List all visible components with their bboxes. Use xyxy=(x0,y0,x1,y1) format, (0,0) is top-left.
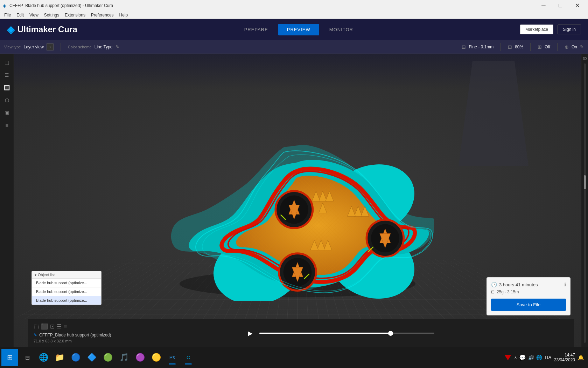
taskbar-onenote[interactable]: 🟣 xyxy=(132,350,148,365)
minimize-button[interactable]: ─ xyxy=(536,0,552,11)
explorer-icon: 📁 xyxy=(55,353,64,362)
scrollbar-thumb[interactable] xyxy=(584,175,586,189)
taskbar-photoshop[interactable]: Ps xyxy=(164,350,180,365)
date-display: 23/04/2020 xyxy=(554,357,575,362)
taskbar-vs[interactable]: 🔷 xyxy=(84,350,99,365)
volume-icon[interactable]: 🔊 xyxy=(528,355,534,360)
taskbar: ⊞ ⊟ 🌐 📁 🔵 🔷 🟢 🎵 🟣 🟡 Ps xyxy=(0,347,588,368)
menu-settings[interactable]: Settings xyxy=(41,12,62,18)
obj-icon-4[interactable]: ☰ xyxy=(57,323,62,330)
titlebar-controls: ─ □ ✕ xyxy=(536,0,585,11)
color-scheme-edit-icon[interactable]: ✎ xyxy=(115,44,119,49)
support-edit-icon[interactable]: ✎ xyxy=(580,44,584,49)
view-type-chevron[interactable]: ‹ xyxy=(47,43,54,50)
color-scheme-label: Color scheme xyxy=(68,45,92,49)
print-material-row: ⊟ 25g · 3.15m xyxy=(491,289,566,294)
taskbar-filemaker[interactable]: 🟡 xyxy=(148,350,164,365)
taskbar-ie[interactable]: 🔵 xyxy=(68,350,83,365)
object-list-item-2[interactable]: Blade hub support (optimize... xyxy=(32,296,101,305)
obj-icon-2[interactable]: ⬛ xyxy=(41,323,48,330)
object-dimensions: 71.0 x 63.8 x 32.0 mm xyxy=(34,339,111,343)
progress-bar[interactable] xyxy=(259,333,434,334)
clock-icon: 🕐 xyxy=(491,282,497,287)
sidebar-icon-layers[interactable]: ⬡ xyxy=(1,95,13,106)
taskbar-time[interactable]: 14:47 23/04/2020 xyxy=(554,353,575,362)
info-icon[interactable]: ℹ xyxy=(564,282,566,287)
menu-extensions[interactable]: Extensions xyxy=(62,12,88,18)
menu-edit[interactable]: Edit xyxy=(14,12,27,18)
taskbar-spotify[interactable]: 🎵 xyxy=(116,350,132,365)
filemaker-icon: 🟡 xyxy=(152,353,161,362)
chat-icon[interactable]: 💬 xyxy=(519,354,526,361)
print-time-left: 🕐 3 hours 41 minutes xyxy=(491,282,538,287)
left-sidebar: ⬚ ☰ 🔳 ⬡ ▣ ≡ xyxy=(0,54,14,347)
app-logo-text: Ultimaker Cura xyxy=(18,25,77,34)
object-name-row: ✎ CFFFP_Blade hub support (optimized) xyxy=(34,333,111,338)
app-icon: ◈ xyxy=(3,3,7,8)
menu-help[interactable]: Help xyxy=(117,12,131,18)
titlebar-title: CFFFP_Blade hub support (optimized) - Ul… xyxy=(9,3,113,8)
sidebar-icon-camera[interactable]: ▣ xyxy=(1,107,13,118)
close-button[interactable]: ✕ xyxy=(569,0,585,11)
signin-button[interactable]: Sign in xyxy=(558,25,581,34)
maximize-button[interactable]: □ xyxy=(552,0,568,11)
ultimaker-logo-icon: ◈ xyxy=(7,24,15,35)
marketplace-button[interactable]: Marketplace xyxy=(520,25,553,34)
main-content: ⬚ ☰ 🔳 ⬡ ▣ ≡ xyxy=(0,54,588,347)
print-info-panel: 🕐 3 hours 41 minutes ℹ ⊟ 25g · 3.15m Sav… xyxy=(486,277,570,315)
3d-object-container[interactable] xyxy=(161,118,434,301)
taskbar-right: ∧ 💬 🔊 🌐 ITA 14:47 23/04/2020 🔔 xyxy=(504,353,587,362)
taskbar-cura[interactable]: C xyxy=(181,350,196,365)
view-type-value: Layer view xyxy=(24,45,44,49)
object-list-item-0[interactable]: Blade hub support (optimize... xyxy=(32,278,101,287)
obj-icon-3[interactable]: ⊡ xyxy=(50,323,55,330)
nav-prepare[interactable]: PREPARE xyxy=(236,24,277,35)
spotify-icon: 🎵 xyxy=(119,353,129,362)
color-scheme-value: Line Type xyxy=(94,45,113,49)
start-button[interactable]: ⊞ xyxy=(1,349,18,366)
object-list-header: ▾ Object list xyxy=(32,271,101,278)
material-text: 25g · 3.15m xyxy=(497,289,519,294)
view-type-section: View type Layer view ‹ xyxy=(4,43,54,50)
language-indicator[interactable]: ITA xyxy=(545,355,551,360)
sidebar-icon-solid[interactable]: ⬚ xyxy=(1,57,13,68)
save-to-file-button[interactable]: Save to File xyxy=(491,299,566,311)
menu-preferences[interactable]: Preferences xyxy=(88,12,117,18)
cura-icon: C xyxy=(187,355,190,360)
menu-view[interactable]: View xyxy=(27,12,41,18)
obj-icon-1[interactable]: ⬚ xyxy=(34,323,39,330)
red-indicator xyxy=(504,355,511,360)
object-list-title: Object list xyxy=(38,273,55,277)
taskbar-edge[interactable]: 🌐 xyxy=(36,350,51,365)
toolbar-divider-3 xyxy=(530,43,531,51)
support-section: ⊕ On ✎ xyxy=(565,44,584,50)
obj-icon-5[interactable]: ≡ xyxy=(64,323,67,330)
taskbar-gaming[interactable]: 🟢 xyxy=(100,350,115,365)
nav-preview[interactable]: PREVIEW xyxy=(278,24,319,35)
logo-cura: Cura xyxy=(56,25,77,34)
viewport: ▾ Object list Blade hub support (optimiz… xyxy=(14,54,581,347)
play-button[interactable]: ▶ xyxy=(245,328,255,338)
taskbar-taskview[interactable]: ⊟ xyxy=(20,350,35,365)
windows-icon: ⊞ xyxy=(7,353,13,362)
notification-icon[interactable]: 🔔 xyxy=(578,355,584,360)
progress-fill xyxy=(259,333,391,334)
expand-icon[interactable]: ▾ xyxy=(35,273,36,277)
toolbar-divider-1 xyxy=(61,43,61,51)
nav-monitor[interactable]: MONITOR xyxy=(321,24,362,35)
sidebar-icon-xray[interactable]: 🔳 xyxy=(1,82,13,93)
layer-slider[interactable]: 30 xyxy=(581,54,588,347)
menu-file[interactable]: File xyxy=(1,12,14,18)
network-icon[interactable]: 🌐 xyxy=(536,355,542,360)
progress-thumb[interactable] xyxy=(388,331,393,336)
scrollbar-track[interactable] xyxy=(584,63,586,343)
object-list-item-1[interactable]: Blade hub support (optimize... xyxy=(32,287,101,296)
color-scheme-section: Color scheme Line Type ✎ xyxy=(68,44,119,49)
zoom-section: ⊡ 80% xyxy=(508,44,523,50)
toolbar-divider-4 xyxy=(557,43,558,51)
fan-icon: ⊞ xyxy=(538,44,542,50)
sidebar-icon-settings[interactable]: ≡ xyxy=(1,120,13,131)
taskbar-explorer[interactable]: 📁 xyxy=(52,350,67,365)
chevron-up-icon[interactable]: ∧ xyxy=(514,355,517,360)
sidebar-icon-wireframe[interactable]: ☰ xyxy=(1,69,13,81)
